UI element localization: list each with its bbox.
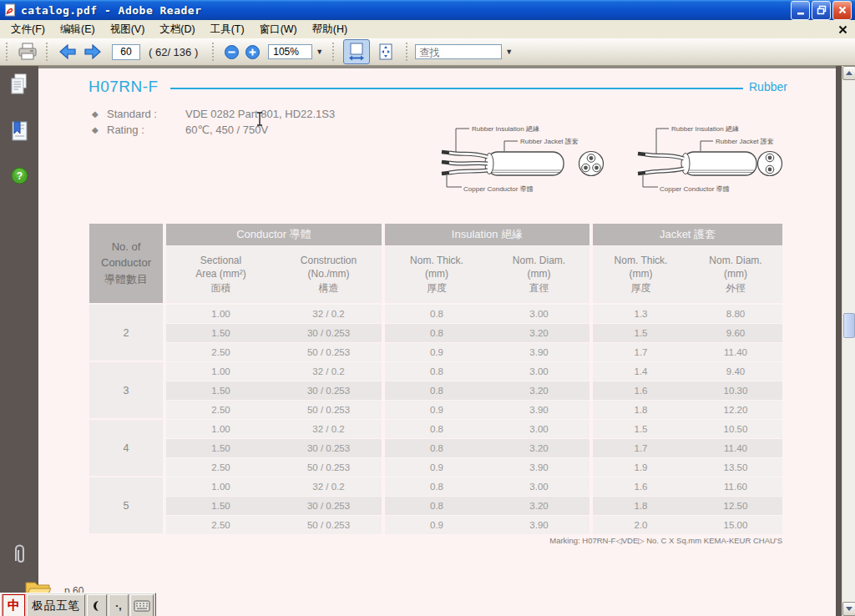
subheader-nom-diam: Nom. Diam. (mm) 直徑 xyxy=(488,246,589,303)
help-panel-button[interactable]: ? xyxy=(0,167,38,184)
table-cell: 3.90 xyxy=(488,343,589,361)
zoom-out-icon xyxy=(224,44,240,60)
menu-window[interactable]: 窗口(W) xyxy=(252,20,305,39)
table-cell: 3.20 xyxy=(488,439,589,457)
menu-file[interactable]: 文件(F) xyxy=(3,20,53,39)
table-row: 1.711.40 xyxy=(593,439,782,457)
table-row: 1.0032 / 0.2 xyxy=(166,305,382,323)
table-cell: 0.8 xyxy=(385,305,488,323)
vertical-scrollbar[interactable] xyxy=(842,66,855,616)
toolbar-grip xyxy=(46,43,49,61)
table-row: 1.5030 / 0.253 xyxy=(166,381,382,400)
table-row: 0.93.90 xyxy=(385,343,589,361)
print-button[interactable] xyxy=(15,40,40,63)
table-cell: 1.00 xyxy=(166,477,276,496)
bookmarks-panel-button[interactable] xyxy=(0,120,38,143)
subheader-nom-thick: Nom. Thick. (mm) 厚度 xyxy=(593,246,689,303)
menu-view[interactable]: 视图(V) xyxy=(103,20,153,39)
zoom-in-button[interactable] xyxy=(242,42,263,63)
menu-help[interactable]: 帮助(H) xyxy=(305,20,355,39)
zoom-out-button[interactable] xyxy=(221,42,242,63)
zoom-level-select[interactable]: 105% xyxy=(268,44,312,59)
table-row: 0.83.20 xyxy=(385,324,589,342)
scroll-down-button[interactable] xyxy=(842,602,855,616)
table-corner-header: No. of Conductor 導體數目 xyxy=(89,224,163,303)
table-cell: 30 / 0.253 xyxy=(276,381,382,400)
table-cell: 1.00 xyxy=(166,420,276,438)
group-header: Insulation 絕緣 xyxy=(385,224,589,245)
next-page-button[interactable] xyxy=(80,39,105,64)
table-row: 0.83.20 xyxy=(385,439,589,457)
table-row: 2.015.00 xyxy=(593,516,782,534)
fit-page-button[interactable] xyxy=(373,40,398,63)
ime-softkeyboard-button[interactable] xyxy=(130,594,154,616)
close-document-icon[interactable] xyxy=(838,25,847,34)
diamond-bullet-icon: ◆ xyxy=(92,124,107,136)
table-cell: 0.9 xyxy=(385,516,488,534)
previous-page-button[interactable] xyxy=(55,39,80,64)
table-row: 0.83.00 xyxy=(385,477,589,496)
table-row: 1.5030 / 0.253 xyxy=(166,497,382,515)
menu-bar: 文件(F) 编辑(E) 视图(V) 文档(D) 工具(T) 窗口(W) 帮助(H… xyxy=(0,20,855,38)
table-row: 0.93.90 xyxy=(385,458,589,477)
table-cell: 12.20 xyxy=(689,401,782,419)
find-dropdown-arrow-icon[interactable]: ▼ xyxy=(502,48,516,56)
table-cell: 0.8 xyxy=(385,420,488,438)
ime-name-label[interactable]: 极品五笔 xyxy=(27,594,85,616)
ime-fullhalf-button[interactable] xyxy=(87,594,107,616)
scrollbar-thumb[interactable] xyxy=(843,313,855,338)
table-row: 1.510.50 xyxy=(593,420,782,438)
pages-panel-button[interactable] xyxy=(0,73,38,96)
table-cell: 1.4 xyxy=(593,362,689,381)
attachments-panel-button[interactable] xyxy=(0,543,38,566)
table-cell: 1.9 xyxy=(593,458,689,477)
subheader-line: Sectional xyxy=(200,255,241,266)
restore-icon xyxy=(816,4,827,16)
table-row: 1.5030 / 0.253 xyxy=(166,324,382,342)
subheader-row: Nom. Thick. (mm) 厚度 Nom. Diam. (mm) 直徑 xyxy=(385,246,589,303)
table-cell: 1.50 xyxy=(166,381,276,400)
subheader-line: 構造 xyxy=(319,281,339,295)
table-cell: 8.80 xyxy=(689,305,782,323)
page-number-input[interactable] xyxy=(112,44,140,60)
table-row: 0.83.00 xyxy=(385,420,589,438)
table-cell: 1.50 xyxy=(166,497,276,515)
minimize-button[interactable] xyxy=(791,1,810,20)
table-row: 0.83.20 xyxy=(385,381,589,400)
conductor-count-cell: 2 xyxy=(89,305,163,361)
table-group-jacket: Jacket 護套 Nom. Thick. (mm) 厚度 Nom. Diam.… xyxy=(593,224,782,535)
table-row: 1.812.20 xyxy=(593,401,782,419)
table-cell: 9.60 xyxy=(689,324,782,342)
fit-width-button[interactable] xyxy=(343,39,370,64)
page-count-label: ( 62/ 136 ) xyxy=(149,46,198,58)
pages-icon xyxy=(9,73,29,96)
zoom-dropdown-arrow-icon[interactable]: ▼ xyxy=(312,48,326,56)
table-cell: 3.90 xyxy=(488,516,589,534)
table-cell: 1.6 xyxy=(593,477,689,496)
ime-punctuation-button[interactable]: ·, xyxy=(109,594,129,616)
menu-edit[interactable]: 编辑(E) xyxy=(53,20,103,39)
paperclip-icon xyxy=(9,543,29,566)
scroll-up-button[interactable] xyxy=(842,66,855,80)
ime-language-button[interactable]: 中 xyxy=(3,594,25,616)
table-column-conductor-count: No. of Conductor 導體數目 2 3 4 5 xyxy=(89,224,163,535)
close-button[interactable] xyxy=(832,1,852,20)
subheader-line: Nom. Thick. xyxy=(615,255,668,266)
restore-button[interactable] xyxy=(812,1,831,20)
table-cell: 1.7 xyxy=(593,343,689,361)
table-group-insulation: Insulation 絕緣 Nom. Thick. (mm) 厚度 Nom. D… xyxy=(385,224,589,535)
back-arrow-icon xyxy=(58,42,78,62)
corner-line: 導體數目 xyxy=(104,272,148,287)
subheader-row: Sectional Area (mm²) 面積 Construction (No… xyxy=(166,246,382,303)
table-cell: 3.00 xyxy=(488,420,589,438)
menu-document[interactable]: 文档(D) xyxy=(152,20,202,39)
table-cell: 1.8 xyxy=(593,497,689,515)
cable-diagram-3core: Rubber Insulation 絕緣 Rubber Jacket 護套 Co… xyxy=(438,119,605,195)
navigation-sidebar xyxy=(0,66,38,616)
window-title: catalog.pdf - Adobe Reader xyxy=(21,4,202,17)
table-row: 1.5030 / 0.253 xyxy=(166,439,382,457)
menu-tools[interactable]: 工具(T) xyxy=(203,20,252,39)
table-group-conductor: Conductor 導體 Sectional Area (mm²) 面積 Con… xyxy=(166,224,382,535)
find-input[interactable] xyxy=(415,44,502,59)
fit-width-icon xyxy=(348,42,365,62)
